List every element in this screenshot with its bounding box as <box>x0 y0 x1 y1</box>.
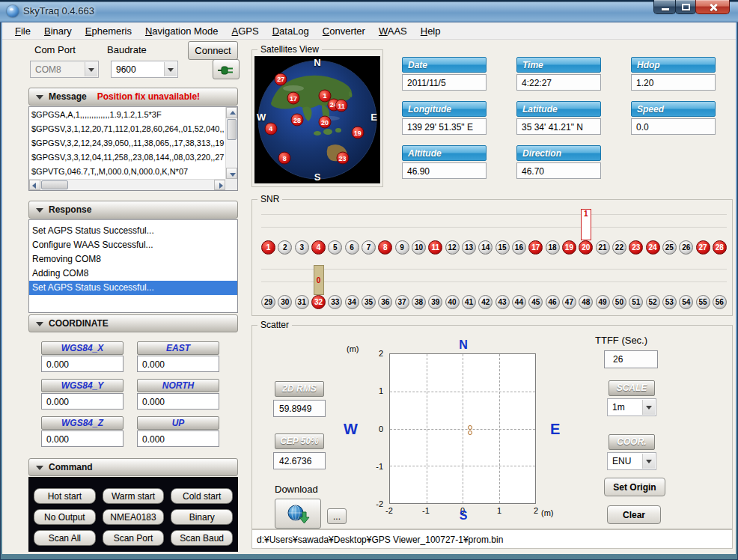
set-origin-button[interactable]: Set Origin <box>604 478 665 496</box>
scroll-down-button[interactable] <box>226 168 237 179</box>
snr-sat-13: 13 <box>462 240 476 255</box>
response-item[interactable]: Adding COM8 <box>29 267 237 281</box>
plot-north-label: N <box>454 338 472 352</box>
menu-navigation-mode[interactable]: Navigation Mode <box>138 22 225 39</box>
snr-sat-6: 6 <box>345 240 359 255</box>
download-button[interactable] <box>275 499 321 529</box>
snr-sat-26: 26 <box>679 240 693 255</box>
snr-bar-area-2: 0 <box>261 262 727 295</box>
scrollbar-thumb[interactable] <box>227 119 237 140</box>
scroll-up-button[interactable] <box>226 107 237 118</box>
snr-sat-52: 52 <box>646 295 660 309</box>
response-section-header[interactable]: Response <box>28 201 238 219</box>
scan-port-button[interactable]: Scan Port <box>103 530 165 546</box>
scale-value: 1m <box>612 402 625 413</box>
baudrate-select[interactable]: 9600 <box>111 61 178 78</box>
triangle-down-icon <box>36 466 43 470</box>
response-list[interactable]: Set AGPS Status Successful...Configure W… <box>28 219 238 313</box>
command-section-header[interactable]: Command <box>28 458 238 476</box>
snr-sat-15: 15 <box>495 240 510 255</box>
no-output-button[interactable]: No Output <box>34 509 96 525</box>
warm-start-button[interactable]: Warm start <box>103 488 165 504</box>
coordinate-field: EAST0.000 <box>137 341 219 372</box>
triangle-down-icon <box>36 95 43 100</box>
satellite-marker-8: 8 <box>278 152 291 165</box>
x-tick-label: -1 <box>422 506 430 515</box>
nmea0183-button[interactable]: NMEA0183 <box>103 509 165 525</box>
response-item[interactable]: Removing COM8 <box>29 252 237 267</box>
menu-agps[interactable]: AGPS <box>225 22 266 39</box>
minimize-icon <box>662 8 669 10</box>
snr-sat-53: 53 <box>662 295 677 309</box>
chevron-down-icon <box>85 62 97 76</box>
cold-start-button[interactable]: Cold start <box>171 488 233 504</box>
response-item[interactable]: Set AGPS Status Successful... <box>29 224 237 238</box>
message-section-header[interactable]: Message Position fix unavailable! <box>28 88 238 106</box>
scatter-point <box>468 425 472 430</box>
info-value: 35 34' 41.21" N <box>516 118 601 135</box>
y-tick-label: 2 <box>379 349 383 358</box>
coordinate-system-select[interactable]: ENU <box>607 452 656 470</box>
minimize-button[interactable] <box>653 0 676 14</box>
scrollbar-thumb[interactable] <box>41 180 68 189</box>
com-port-label: Com Port <box>34 44 76 55</box>
menu-datalog[interactable]: DataLog <box>266 22 316 39</box>
coordinate-section-header[interactable]: COORDINATE <box>28 314 238 332</box>
menu-waas[interactable]: WAAS <box>372 22 414 39</box>
menu-converter[interactable]: Converter <box>316 22 372 39</box>
nmea-line: $GPGSV,3,3,12,04,11,258,,23,08,144,,08,0… <box>31 150 225 165</box>
snr-sat-4: 4 <box>311 240 326 255</box>
menu-help[interactable]: Help <box>414 22 448 39</box>
scatter-title: Scatter <box>257 320 292 330</box>
info-value: 0.0 <box>631 118 716 135</box>
menu-ephemeris[interactable]: Ephemeris <box>79 22 138 39</box>
info-label: Altitude <box>402 145 487 161</box>
hot-start-button[interactable]: Hot start <box>34 488 96 504</box>
snr-sat-43: 43 <box>495 295 510 309</box>
clear-button[interactable]: Clear <box>607 505 661 524</box>
info-value: 46.70 <box>516 162 601 179</box>
gridline <box>261 227 727 228</box>
y-axis-unit-label: (m) <box>347 344 359 353</box>
satellite-marker-28: 28 <box>291 114 304 127</box>
coordinate-label: WGS84_X <box>41 341 123 355</box>
menu-file[interactable]: File <box>8 22 37 39</box>
plot-gridline <box>390 429 535 430</box>
menu-binary[interactable]: Binary <box>37 22 79 39</box>
coordinate-grid: WGS84_X0.000EAST0.000WGS84_Y0.000NORTH0.… <box>41 341 219 447</box>
info-longitude: Longitude139 29' 51.35" E <box>402 101 487 135</box>
response-item[interactable]: Set AGPS Status Successful... <box>29 281 237 295</box>
browse-button[interactable]: ... <box>327 508 347 524</box>
com-port-value: COM8 <box>35 64 61 75</box>
close-button[interactable] <box>695 0 730 14</box>
horizontal-scrollbar[interactable] <box>29 179 225 190</box>
globe-download-icon <box>284 516 311 527</box>
coordinate-label: WGS84_Z <box>41 416 123 430</box>
nmea-message-list[interactable]: $GPGSA,A,1,,,,,,,,,,,,,1.9,1.2,1.5*3F$GP… <box>28 106 238 191</box>
snr-sat-56: 56 <box>713 295 727 309</box>
satellite-marker-23: 23 <box>336 152 349 165</box>
snr-sat-14: 14 <box>478 240 492 255</box>
snr-sat-9: 9 <box>395 240 409 255</box>
scale-select[interactable]: 1m <box>607 398 656 416</box>
maximize-button[interactable] <box>675 0 696 14</box>
connect-button[interactable]: Connect <box>188 41 238 60</box>
binary-button[interactable]: Binary <box>171 509 233 525</box>
snr-bar-sat-20: 1 <box>581 209 591 240</box>
info-date: Date2011/11/5 <box>402 57 487 91</box>
app-window: SkyTraq 0.4.663 FileBinaryEphemerisNavig… <box>0 0 738 560</box>
coordinate-value: 0.000 <box>41 356 123 372</box>
scroll-right-button[interactable] <box>214 180 225 190</box>
scan-baud-button[interactable]: Scan Baud <box>171 530 233 546</box>
port-connect-button[interactable] <box>213 59 240 79</box>
coordinate-field: WGS84_Z0.000 <box>41 416 123 447</box>
window-title: SkyTraq 0.4.663 <box>23 5 94 16</box>
vertical-scrollbar[interactable] <box>225 107 237 179</box>
title-bar[interactable]: SkyTraq 0.4.663 <box>0 0 738 22</box>
snr-sat-8: 8 <box>378 240 392 255</box>
com-port-select[interactable]: COM8 <box>30 61 99 78</box>
info-time: Time4:22:27 <box>516 57 601 91</box>
scan-all-button[interactable]: Scan All <box>34 530 96 546</box>
scroll-left-button[interactable] <box>29 180 40 190</box>
response-item[interactable]: Configure WAAS Successful... <box>29 238 237 252</box>
